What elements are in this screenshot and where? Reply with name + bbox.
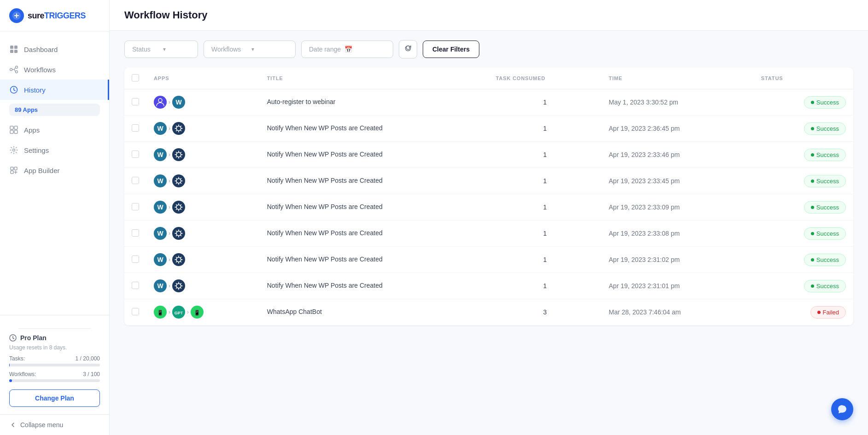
svg-rect-1 xyxy=(10,46,13,49)
sidebar-item-history[interactable]: History xyxy=(0,80,109,100)
status-dot xyxy=(811,180,814,183)
app-icon: W xyxy=(154,148,167,161)
clear-filters-button[interactable]: Clear Filters xyxy=(423,41,479,58)
status-badge: Success xyxy=(804,227,846,240)
workflows-progress-fill xyxy=(9,379,12,382)
sidebar: sureTRIGGERS Dashboard Workflows History… xyxy=(0,0,110,435)
row-task-consumed: 1 xyxy=(489,220,601,247)
row-title: Auto-register to webinar xyxy=(260,89,489,116)
table-row: W›Notify When New WP Posts are Created1A… xyxy=(124,142,853,168)
app-icons: W› xyxy=(154,122,252,135)
app-icon: W xyxy=(154,279,167,292)
row-time: Apr 19, 2023 2:33:09 pm xyxy=(601,194,754,220)
sidebar-nav: Dashboard Workflows History 89 Apps Apps xyxy=(0,32,109,315)
row-task-consumed: 1 xyxy=(489,116,601,142)
col-task-consumed: TASK CONSUMED xyxy=(489,68,601,89)
row-checkbox[interactable] xyxy=(132,151,139,158)
select-all-checkbox[interactable] xyxy=(132,74,139,81)
apps-icon xyxy=(9,125,18,134)
row-task-consumed: 1 xyxy=(489,89,601,116)
logo-text: sureTRIGGERS xyxy=(28,11,86,21)
page-title: Workflow History xyxy=(124,9,853,21)
sidebar-item-settings[interactable]: Settings xyxy=(0,140,109,160)
table-body: ›WAuto-register to webinar1May 1, 2023 3… xyxy=(124,89,853,325)
sidebar-item-dashboard[interactable]: Dashboard xyxy=(0,39,109,59)
app-icon: W xyxy=(154,227,167,240)
date-range-label: Date range xyxy=(309,46,341,53)
status-dot xyxy=(811,127,814,130)
status-filter[interactable]: Status ▾ xyxy=(124,41,198,58)
row-task-consumed: 1 xyxy=(489,168,601,194)
sidebar-item-label: History xyxy=(24,86,46,94)
chevron-down-icon: ▾ xyxy=(251,46,288,52)
row-checkbox[interactable] xyxy=(132,308,139,315)
history-table: APPS TITLE TASK CONSUMED TIME STATUS ›WA… xyxy=(124,68,853,325)
status-dot xyxy=(811,232,814,235)
row-checkbox[interactable] xyxy=(132,177,139,184)
app-icons: W› xyxy=(154,253,252,266)
table-header: APPS TITLE TASK CONSUMED TIME STATUS xyxy=(124,68,853,89)
arrow-icon: › xyxy=(169,230,170,237)
sidebar-item-app-builder[interactable]: App Builder xyxy=(0,160,109,180)
col-status: STATUS xyxy=(754,68,853,89)
table-row: W›Notify When New WP Posts are Created1A… xyxy=(124,247,853,273)
status-badge: Success xyxy=(804,149,846,161)
workflows-filter[interactable]: Workflows ▾ xyxy=(204,41,296,58)
svg-rect-15 xyxy=(14,167,17,170)
status-dot xyxy=(811,101,814,104)
svg-rect-2 xyxy=(14,46,17,49)
sidebar-item-label: App Builder xyxy=(24,167,60,174)
row-checkbox[interactable] xyxy=(132,282,139,289)
app-icon: 📱 xyxy=(154,306,167,319)
row-checkbox[interactable] xyxy=(132,203,139,210)
change-plan-button[interactable]: Change Plan xyxy=(9,389,100,407)
tasks-progress-bar xyxy=(9,364,100,366)
row-checkbox[interactable] xyxy=(132,255,139,263)
row-checkbox[interactable] xyxy=(132,124,139,132)
logo: sureTRIGGERS xyxy=(0,0,109,32)
app-icon: W xyxy=(154,174,167,187)
sidebar-item-label: Apps xyxy=(24,126,40,134)
app-icons: W› xyxy=(154,148,252,161)
svg-text:W: W xyxy=(157,203,163,211)
row-checkbox[interactable] xyxy=(132,229,139,237)
svg-point-27 xyxy=(172,148,185,161)
app-icon: 📱 xyxy=(191,306,204,319)
collapse-menu[interactable]: Collapse menu xyxy=(0,414,109,435)
row-title: Notify When New WP Posts are Created xyxy=(260,273,489,299)
arrow-icon: › xyxy=(169,204,170,210)
svg-point-7 xyxy=(16,71,18,73)
sidebar-item-apps[interactable]: Apps xyxy=(0,120,109,140)
arrow-icon: › xyxy=(169,99,170,105)
svg-text:W: W xyxy=(157,151,163,158)
chat-bubble[interactable] xyxy=(831,398,853,420)
row-title: Notify When New WP Posts are Created xyxy=(260,220,489,247)
date-range-filter[interactable]: Date range 📅 xyxy=(301,41,393,58)
svg-text:W: W xyxy=(175,99,182,106)
app-icon: GPT xyxy=(172,306,185,319)
row-time: Apr 19, 2023 2:31:01 pm xyxy=(601,273,754,299)
svg-text:GPT: GPT xyxy=(175,311,183,315)
svg-point-13 xyxy=(13,149,15,151)
tasks-progress-fill xyxy=(9,364,10,366)
workflows-filter-label: Workflows xyxy=(211,46,248,53)
refresh-button[interactable] xyxy=(399,40,417,58)
history-icon xyxy=(9,85,18,94)
row-task-consumed: 1 xyxy=(489,194,601,220)
col-apps: APPS xyxy=(146,68,260,89)
svg-text:📱: 📱 xyxy=(157,309,163,316)
svg-text:W: W xyxy=(157,230,163,237)
row-checkbox[interactable] xyxy=(132,98,139,105)
row-task-consumed: 1 xyxy=(489,247,601,273)
app-icons: W› xyxy=(154,174,252,187)
workflows-usage-row: Workflows: 3 / 100 xyxy=(9,371,100,377)
app-icon xyxy=(172,122,185,135)
sidebar-item-workflows[interactable]: Workflows xyxy=(0,59,109,80)
row-task-consumed: 1 xyxy=(489,273,601,299)
logo-icon xyxy=(9,8,24,23)
workflows-progress-bar xyxy=(9,379,100,382)
row-title: Notify When New WP Posts are Created xyxy=(260,116,489,142)
status-badge: Success xyxy=(804,254,846,266)
row-time: Apr 19, 2023 2:33:08 pm xyxy=(601,220,754,247)
svg-rect-4 xyxy=(14,50,17,53)
